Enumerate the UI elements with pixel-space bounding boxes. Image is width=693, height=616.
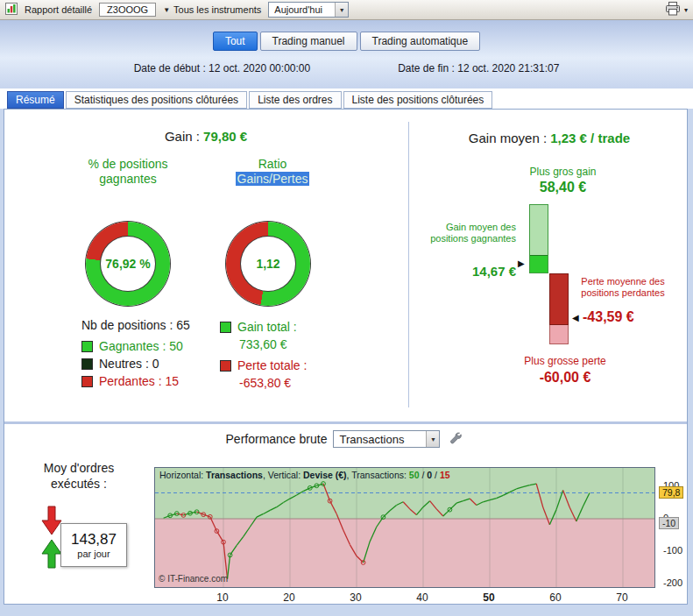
- arrow-up-icon: [41, 539, 62, 572]
- win-color-swatch: [81, 341, 93, 352]
- tab-tout[interactable]: Tout: [213, 32, 258, 51]
- loss-bar: [549, 273, 569, 344]
- perte-totale-row: Perte totale :: [220, 358, 307, 372]
- x-tick: 20: [278, 591, 301, 604]
- tab-resume[interactable]: Résumé: [7, 91, 64, 109]
- gain-header: Gain : 79,80 €: [4, 129, 407, 144]
- perte-moyenne-marker-icon: ◀: [572, 313, 579, 322]
- legend-gagnantes: Gagnantes : 50: [81, 339, 183, 353]
- plus-grosse-perte-value: -60,00 €: [504, 370, 626, 386]
- gain-value: 79,80 €: [203, 129, 247, 144]
- legend-neutres: Neutres : 0: [81, 357, 159, 371]
- ratio-donut: 1,12: [226, 222, 310, 306]
- date-end: Date de fin : 12 oct. 2020 21:31:07: [398, 62, 559, 74]
- chart-settings-button[interactable]: [446, 430, 465, 448]
- winrate-donut: 76,92 %: [86, 222, 170, 306]
- gain-moyen-gagnantes-value: 14,67 €: [434, 264, 516, 279]
- y-tick: -200: [663, 577, 682, 588]
- printer-icon[interactable]: [664, 2, 682, 18]
- chevron-down-icon: ▼: [426, 431, 439, 447]
- ratio-value: 1,12: [226, 222, 310, 306]
- win-color-swatch: [220, 322, 231, 333]
- x-tick: 50: [477, 591, 500, 604]
- x-tick: 30: [344, 591, 367, 604]
- moy-ordres-box: 143,87 par jour: [60, 523, 127, 567]
- performance-title: Performance brute: [226, 432, 328, 446]
- date-start: Date de début : 12 oct. 2020 00:00:00: [134, 62, 311, 74]
- loss-bar-dark: [549, 273, 569, 325]
- period-dropdown[interactable]: Aujourd'hui ▼: [268, 2, 349, 18]
- performance-chart-frame[interactable]: Horizontal: Transactions, Vertical: Devi…: [154, 467, 655, 588]
- chevron-down-icon: ▼: [163, 6, 170, 14]
- x-tick: 10: [211, 591, 234, 604]
- tab-liste-ordres[interactable]: Liste des ordres: [249, 91, 341, 109]
- plus-grosse-perte-label: Plus grosse perte: [504, 355, 626, 367]
- perte-moyenne-value: -43,59 €: [583, 309, 634, 325]
- performance-header: Performance brute Transactions ▼: [4, 430, 687, 448]
- section-tabs: Résumé Statistiques des positions clôtur…: [0, 89, 693, 109]
- arrow-down-icon: [41, 506, 62, 539]
- gain-moyen-gagnantes-label: Gain moyen des positions gagnantes: [418, 222, 516, 244]
- x-tick: 60: [544, 591, 567, 604]
- plus-gros-gain-label: Plus gros gain: [495, 166, 631, 178]
- report-icon: [5, 3, 18, 17]
- chart-legend: Horizontal: Transactions, Vertical: Devi…: [159, 470, 450, 480]
- legend-perdantes: Perdantes : 15: [81, 374, 179, 388]
- loss-bar-light: [549, 325, 569, 344]
- plus-gros-gain-value: 58,40 €: [495, 180, 631, 195]
- neutral-color-swatch: [81, 358, 93, 370]
- winrate-value: 76,92 %: [86, 222, 170, 306]
- gain-bar: [529, 204, 548, 273]
- gain-avg-marker-icon: ▶: [518, 258, 525, 268]
- loss-color-swatch: [220, 360, 231, 372]
- gain-moyen-value: 1,23 € / trade: [550, 131, 630, 145]
- x-tick: 40: [411, 591, 434, 604]
- print-options-arrow-icon[interactable]: ▾: [684, 6, 688, 14]
- instrument-code[interactable]: Z3OOOG: [99, 3, 156, 17]
- tab-trading-manuel[interactable]: Trading manuel: [260, 32, 357, 51]
- loss-color-swatch: [81, 376, 93, 387]
- chart-copyright: © IT-Finance.com: [159, 574, 228, 584]
- moy-ordres-value: 143,87: [71, 531, 117, 549]
- main-panel: Gain : 79,80 € % de positions gagnantes …: [4, 109, 688, 605]
- tab-trading-automatique[interactable]: Trading automatique: [360, 32, 481, 51]
- date-range: Date de début : 12 oct. 2020 00:00:00 Da…: [0, 62, 693, 74]
- ratio-title-selected: Gains/Pertes: [236, 172, 310, 186]
- wrench-icon: [449, 431, 463, 448]
- perte-totale-value: -653,80 €: [239, 376, 291, 390]
- y-tick: -100: [663, 545, 682, 556]
- ratio-title: Ratio Gains/Pertes: [216, 157, 329, 187]
- chevron-down-icon: ▼: [335, 3, 348, 17]
- gain-total-row: Gain total :: [220, 320, 297, 334]
- mode-tabs: Tout Trading manuel Trading automatique: [0, 32, 693, 51]
- moy-ordres-unit: par jour: [77, 549, 110, 559]
- y-axis-labels: 1000-100-20079,8-10: [658, 467, 689, 598]
- vertical-divider: [408, 122, 409, 407]
- top-toolbar: Rapport détaillé Z3OOOG ▼ Tous les instr…: [0, 0, 693, 20]
- gain-avg-segment: [530, 255, 548, 273]
- gain-total-value: 733,60 €: [239, 337, 287, 351]
- performance-dropdown[interactable]: Transactions ▼: [333, 430, 440, 448]
- gain-moyen-header: Gain moyen : 1,23 € / trade: [412, 131, 687, 145]
- instruments-filter-dropdown[interactable]: ▼ Tous les instruments: [163, 4, 261, 15]
- nb-positions: Nb de positions : 65: [81, 318, 190, 332]
- level-badge: -10: [659, 517, 679, 529]
- filter-band: Tout Trading manuel Trading automatique …: [0, 20, 693, 89]
- moy-ordres-label: Moy d'ordres exécutés :: [13, 460, 145, 492]
- horizontal-divider: [4, 421, 687, 424]
- winrate-title: % de positions gagnantes: [84, 157, 172, 187]
- tab-statistiques[interactable]: Statistiques des positions clôturées: [66, 91, 247, 109]
- x-tick: 70: [611, 591, 633, 604]
- x-axis-labels: 10203040506070: [154, 591, 655, 604]
- performance-chart: [155, 468, 654, 587]
- last-value-badge: 79,8: [659, 486, 683, 499]
- report-title: Rapport détaillé: [25, 4, 92, 15]
- perte-moyenne-label: Perte moyenne des positions perdantes: [574, 276, 672, 299]
- tab-liste-positions[interactable]: Liste des positions clôturées: [343, 91, 493, 109]
